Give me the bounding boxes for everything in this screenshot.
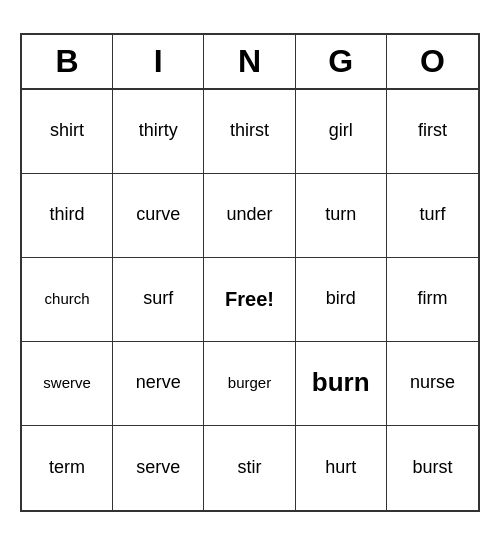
- header-letter-g: G: [296, 35, 387, 88]
- cell-r3-c3: burn: [296, 342, 387, 426]
- cell-text-r4-c4: burst: [412, 457, 452, 479]
- cell-text-r0-c0: shirt: [50, 120, 84, 142]
- cell-text-r3-c4: nurse: [410, 372, 455, 394]
- cell-r2-c3: bird: [296, 258, 387, 342]
- header-letter-n: N: [204, 35, 295, 88]
- header-letter-b: B: [22, 35, 113, 88]
- cell-r4-c4: burst: [387, 426, 478, 510]
- header-letter-i: I: [113, 35, 204, 88]
- cell-text-r2-c3: bird: [326, 288, 356, 310]
- cell-r0-c0: shirt: [22, 90, 113, 174]
- bingo-header: BINGO: [22, 35, 478, 90]
- cell-r0-c1: thirty: [113, 90, 204, 174]
- cell-text-r4-c2: stir: [237, 457, 261, 479]
- cell-text-r3-c3: burn: [312, 367, 370, 398]
- cell-text-r4-c1: serve: [136, 457, 180, 479]
- cell-r4-c2: stir: [204, 426, 295, 510]
- cell-r3-c0: swerve: [22, 342, 113, 426]
- cell-text-r2-c4: firm: [417, 288, 447, 310]
- cell-r0-c4: first: [387, 90, 478, 174]
- header-letter-o: O: [387, 35, 478, 88]
- cell-text-r2-c0: church: [45, 290, 90, 308]
- cell-r0-c3: girl: [296, 90, 387, 174]
- cell-r1-c0: third: [22, 174, 113, 258]
- cell-text-r0-c4: first: [418, 120, 447, 142]
- cell-text-r4-c0: term: [49, 457, 85, 479]
- cell-r3-c4: nurse: [387, 342, 478, 426]
- cell-r2-c0: church: [22, 258, 113, 342]
- cell-r1-c4: turf: [387, 174, 478, 258]
- cell-r4-c0: term: [22, 426, 113, 510]
- cell-r2-c2: Free!: [204, 258, 295, 342]
- cell-r1-c2: under: [204, 174, 295, 258]
- cell-r1-c1: curve: [113, 174, 204, 258]
- cell-text-r1-c3: turn: [325, 204, 356, 226]
- cell-r2-c4: firm: [387, 258, 478, 342]
- cell-r3-c2: burger: [204, 342, 295, 426]
- cell-text-r3-c2: burger: [228, 374, 271, 392]
- cell-r3-c1: nerve: [113, 342, 204, 426]
- cell-r1-c3: turn: [296, 174, 387, 258]
- cell-r0-c2: thirst: [204, 90, 295, 174]
- cell-text-r0-c2: thirst: [230, 120, 269, 142]
- bingo-card: BINGO shirtthirtythirstgirlfirstthirdcur…: [20, 33, 480, 512]
- cell-r4-c3: hurt: [296, 426, 387, 510]
- cell-text-r2-c2: Free!: [225, 287, 274, 311]
- cell-text-r2-c1: surf: [143, 288, 173, 310]
- cell-text-r4-c3: hurt: [325, 457, 356, 479]
- cell-text-r1-c4: turf: [419, 204, 445, 226]
- cell-r4-c1: serve: [113, 426, 204, 510]
- cell-text-r1-c2: under: [226, 204, 272, 226]
- cell-text-r1-c0: third: [50, 204, 85, 226]
- bingo-grid: shirtthirtythirstgirlfirstthirdcurveunde…: [22, 90, 478, 510]
- cell-text-r1-c1: curve: [136, 204, 180, 226]
- cell-text-r0-c1: thirty: [139, 120, 178, 142]
- cell-text-r0-c3: girl: [329, 120, 353, 142]
- cell-text-r3-c0: swerve: [43, 374, 91, 392]
- cell-text-r3-c1: nerve: [136, 372, 181, 394]
- cell-r2-c1: surf: [113, 258, 204, 342]
